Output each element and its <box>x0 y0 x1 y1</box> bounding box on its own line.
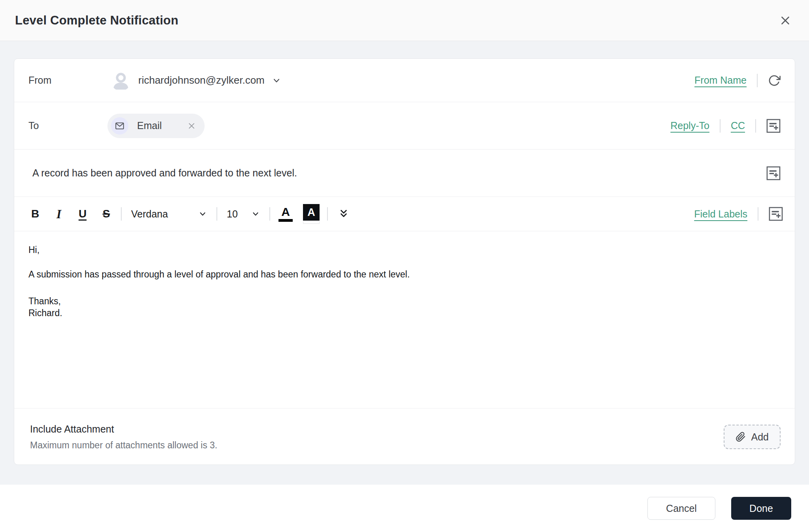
font-family-select[interactable]: Verdana <box>127 203 211 225</box>
dialog-body: From richardjohnson@zylker.com From Name <box>0 41 809 485</box>
email-template-card: From richardjohnson@zylker.com From Name <box>14 58 795 465</box>
dialog-footer: Cancel Done <box>0 485 809 532</box>
from-row: From richardjohnson@zylker.com From Name <box>14 59 795 102</box>
text-color-icon[interactable]: A <box>276 206 295 222</box>
cc-link[interactable]: CC <box>731 120 745 131</box>
recipient-chip-label: Email <box>137 120 162 131</box>
font-size-value: 10 <box>227 208 238 220</box>
to-row: To Email Reply-To CC <box>14 102 795 150</box>
dialog-header: Level Complete Notification <box>0 0 809 41</box>
from-email-value: richardjohnson@zylker.com <box>138 74 265 86</box>
subject-input[interactable]: A record has been approved and forwarded… <box>32 167 297 179</box>
paperclip-icon <box>736 432 746 442</box>
email-icon <box>111 117 128 135</box>
field-labels-link[interactable]: Field Labels <box>694 208 747 220</box>
italic-button[interactable]: I <box>50 203 68 225</box>
divider <box>758 207 758 221</box>
from-email-select[interactable]: richardjohnson@zylker.com <box>138 74 281 86</box>
divider <box>121 207 122 221</box>
insert-field-icon[interactable] <box>766 166 781 180</box>
chevron-down-icon <box>198 210 207 218</box>
to-label: To <box>28 120 107 131</box>
font-size-select[interactable]: 10 <box>223 203 264 225</box>
page-title: Level Complete Notification <box>15 13 179 28</box>
subject-row: A record has been approved and forwarded… <box>14 150 795 197</box>
to-recipient-chip[interactable]: Email <box>107 114 205 138</box>
attachment-section: Include Attachment Maximum number of att… <box>14 408 795 465</box>
level-complete-notification-dialog: Level Complete Notification From richard… <box>0 0 809 532</box>
reply-to-link[interactable]: Reply-To <box>670 120 709 131</box>
cancel-button[interactable]: Cancel <box>647 497 715 520</box>
from-label: From <box>28 75 107 86</box>
highlight-color-icon[interactable]: A <box>301 204 322 224</box>
done-button[interactable]: Done <box>731 497 791 520</box>
more-formatting-icon[interactable] <box>333 203 354 225</box>
body-signature: Richard. <box>28 307 781 319</box>
bold-button[interactable]: B <box>26 203 44 225</box>
formatting-toolbar: B I U S Verdana 10 <box>14 197 795 231</box>
remove-recipient-icon[interactable] <box>186 121 197 131</box>
close-icon[interactable] <box>777 12 794 29</box>
divider <box>757 74 758 87</box>
from-name-link[interactable]: From Name <box>694 75 747 86</box>
divider <box>269 207 270 221</box>
underline-button[interactable]: U <box>73 203 92 225</box>
insert-field-icon[interactable] <box>766 119 781 133</box>
attachment-hint: Maximum number of attachments allowed is… <box>30 440 217 451</box>
chevron-down-icon <box>251 210 260 218</box>
add-attachment-label: Add <box>751 431 769 443</box>
strikethrough-button[interactable]: S <box>97 203 115 225</box>
body-closing: Thanks, <box>28 295 781 307</box>
body-greeting: Hi, <box>28 244 781 256</box>
font-family-value: Verdana <box>131 208 168 220</box>
divider <box>327 207 328 221</box>
divider <box>755 119 756 133</box>
insert-field-icon[interactable] <box>769 207 783 221</box>
email-body-editor[interactable]: Hi, A submission has passed through a le… <box>14 231 795 408</box>
add-attachment-button[interactable]: Add <box>724 425 781 449</box>
chevron-down-icon <box>272 76 281 85</box>
divider <box>720 119 721 133</box>
refresh-icon[interactable] <box>768 74 781 87</box>
body-paragraph: A submission has passed through a level … <box>28 268 781 280</box>
attachment-title: Include Attachment <box>30 423 217 435</box>
divider <box>216 207 217 221</box>
avatar <box>111 70 131 91</box>
